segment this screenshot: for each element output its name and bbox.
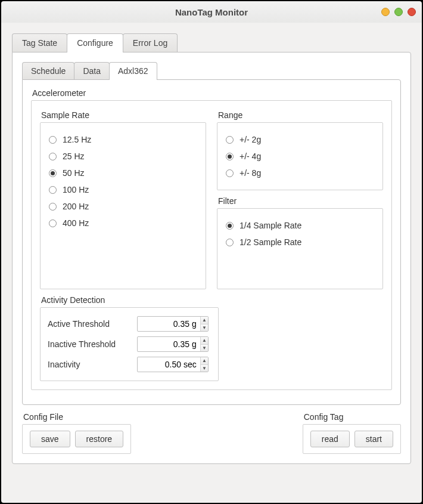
restore-button[interactable]: restore	[75, 431, 124, 447]
radio-label: +/- 8g	[240, 168, 261, 178]
radio-icon	[226, 136, 234, 144]
range-group: +/- 2g +/- 4g +/- 8g	[217, 122, 383, 190]
spin-up-icon[interactable]: ▲	[201, 337, 208, 345]
maximize-icon[interactable]	[394, 8, 403, 16]
sample-rate-100[interactable]: 100 Hz	[49, 181, 197, 198]
window-controls	[381, 8, 416, 16]
inactive-threshold-spinbox[interactable]: ▲ ▼	[137, 336, 209, 352]
sample-rate-400[interactable]: 400 Hz	[49, 215, 197, 231]
filter-title: Filter	[218, 196, 383, 206]
range-title: Range	[218, 110, 383, 120]
radio-label: 400 Hz	[63, 218, 89, 228]
radio-label: 200 Hz	[63, 202, 89, 211]
activity-title: Activity Detection	[41, 295, 383, 305]
sample-rate-group: 12.5 Hz 25 Hz 50 Hz	[40, 122, 206, 289]
accelerometer-title: Accelerometer	[32, 88, 392, 98]
spin-down-icon[interactable]: ▼	[201, 365, 208, 372]
accelerometer-fieldset: Sample Rate 12.5 Hz 25 Hz	[31, 100, 392, 390]
start-button[interactable]: start	[354, 431, 393, 447]
spin-down-icon[interactable]: ▼	[201, 345, 208, 352]
radio-icon	[226, 222, 234, 230]
close-icon[interactable]	[408, 8, 416, 16]
radio-icon	[226, 169, 234, 177]
config-file-buttonbox: save restore	[22, 424, 131, 454]
window-title: NanoTag Monitor	[1, 7, 422, 17]
active-threshold-row: Active Threshold ▲ ▼	[48, 314, 211, 334]
primary-tabs: Tag State Configure Error Log	[12, 33, 411, 52]
radio-icon	[49, 219, 57, 227]
radio-icon	[49, 169, 57, 177]
sample-rate-200[interactable]: 200 Hz	[49, 198, 197, 215]
inactivity-label: Inactivity	[48, 360, 131, 369]
spin-buttons: ▲ ▼	[200, 317, 208, 331]
config-file-group: Config File save restore	[22, 411, 131, 454]
window-body: Tag State Configure Error Log Schedule D…	[0, 23, 423, 504]
app-window: NanoTag Monitor Tag State Configure Erro…	[0, 0, 423, 504]
config-tag-group: Config Tag read start	[303, 411, 401, 454]
active-threshold-label: Active Threshold	[48, 319, 131, 329]
radio-icon	[49, 136, 57, 144]
inactivity-spinbox[interactable]: ▲ ▼	[137, 357, 209, 372]
tab-tag-state[interactable]: Tag State	[12, 33, 67, 52]
configure-panel: Schedule Data Adxl362 Accelerometer Samp…	[12, 52, 411, 464]
range-8g[interactable]: +/- 8g	[226, 165, 374, 181]
radio-label: +/- 2g	[240, 135, 261, 144]
inactivity-row: Inactivity ▲ ▼	[48, 354, 211, 375]
config-tag-buttonbox: read start	[303, 424, 401, 454]
config-tag-title: Config Tag	[304, 412, 401, 422]
tab-data[interactable]: Data	[74, 62, 110, 79]
read-button[interactable]: read	[310, 431, 350, 447]
bottom-row: Config File save restore Config Tag read…	[22, 411, 401, 454]
radio-label: 12.5 Hz	[63, 135, 91, 144]
filter-group: 1/4 Sample Rate 1/2 Sample Rate	[217, 208, 383, 289]
range-2g[interactable]: +/- 2g	[226, 131, 374, 148]
spin-up-icon[interactable]: ▲	[201, 317, 208, 324]
range-4g[interactable]: +/- 4g	[226, 148, 374, 165]
tab-adxl362[interactable]: Adxl362	[109, 62, 157, 80]
spin-up-icon[interactable]: ▲	[201, 357, 208, 365]
radio-icon	[49, 203, 57, 211]
tab-error-log[interactable]: Error Log	[123, 33, 178, 52]
inactive-threshold-label: Inactive Threshold	[48, 339, 131, 349]
radio-label: 1/2 Sample Rate	[240, 237, 301, 247]
minimize-icon[interactable]	[381, 8, 390, 16]
inactive-threshold-row: Inactive Threshold ▲ ▼	[48, 334, 211, 354]
sample-rate-12-5[interactable]: 12.5 Hz	[49, 131, 197, 148]
radio-label: +/- 4g	[240, 151, 261, 161]
filter-half[interactable]: 1/2 Sample Rate	[226, 234, 374, 251]
sample-rate-col: Sample Rate 12.5 Hz 25 Hz	[40, 108, 206, 289]
sample-rate-title: Sample Rate	[41, 110, 206, 120]
radio-icon	[226, 153, 234, 160]
inner-tabs: Schedule Data Adxl362	[22, 62, 401, 79]
tab-schedule[interactable]: Schedule	[22, 62, 74, 79]
filter-quarter[interactable]: 1/4 Sample Rate	[226, 217, 374, 234]
adxl362-panel: Accelerometer Sample Rate 12.5 Hz	[22, 79, 401, 405]
activity-detection-group: Active Threshold ▲ ▼ Inactive Threshold	[40, 307, 219, 381]
radio-icon	[49, 186, 57, 194]
sample-rate-25[interactable]: 25 Hz	[49, 148, 197, 165]
radio-label: 1/4 Sample Rate	[240, 221, 301, 230]
active-threshold-input[interactable]	[138, 317, 200, 331]
inactivity-input[interactable]	[138, 357, 200, 372]
sample-rate-50[interactable]: 50 Hz	[49, 165, 197, 181]
spin-down-icon[interactable]: ▼	[201, 324, 208, 332]
spin-buttons: ▲ ▼	[200, 337, 208, 351]
radio-label: 100 Hz	[63, 185, 89, 194]
radio-icon	[226, 239, 234, 246]
range-filter-col: Range +/- 2g +/- 4g	[217, 108, 383, 289]
radio-label: 50 Hz	[63, 168, 85, 178]
radio-icon	[49, 153, 57, 160]
inactive-threshold-input[interactable]	[138, 337, 200, 351]
titlebar: NanoTag Monitor	[0, 0, 423, 23]
radio-label: 25 Hz	[63, 151, 85, 161]
active-threshold-spinbox[interactable]: ▲ ▼	[137, 316, 209, 332]
tab-configure[interactable]: Configure	[67, 33, 123, 52]
accel-two-col: Sample Rate 12.5 Hz 25 Hz	[40, 108, 383, 289]
spin-buttons: ▲ ▼	[200, 357, 208, 372]
config-file-title: Config File	[23, 412, 131, 422]
save-button[interactable]: save	[30, 431, 70, 447]
